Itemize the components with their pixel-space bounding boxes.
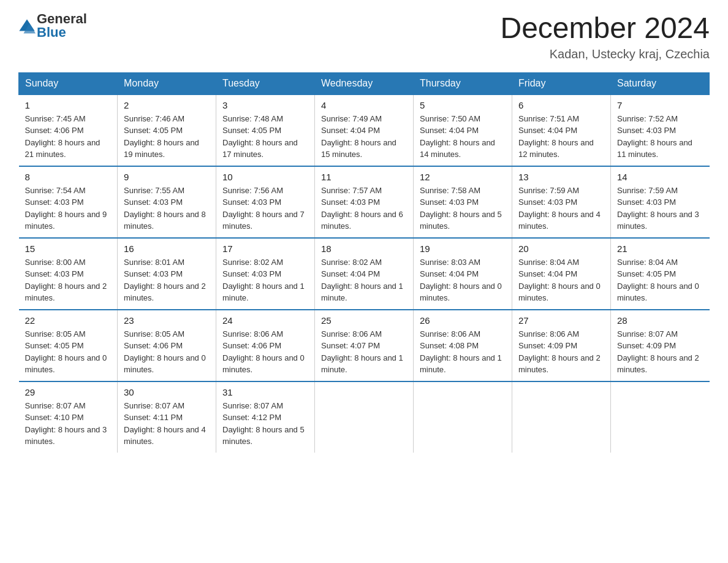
calendar-cell: 1 Sunrise: 7:45 AMSunset: 4:06 PMDayligh…	[19, 94, 118, 166]
day-info: Sunrise: 8:04 AMSunset: 4:04 PMDaylight:…	[518, 256, 604, 304]
logo-general-text: General	[37, 12, 87, 26]
day-number: 22	[25, 315, 112, 326]
day-info: Sunrise: 7:57 AMSunset: 4:03 PMDaylight:…	[321, 185, 407, 232]
day-info: Sunrise: 7:54 AMSunset: 4:03 PMDaylight:…	[25, 185, 112, 232]
calendar-cell: 18 Sunrise: 8:02 AMSunset: 4:04 PMDaylig…	[315, 238, 414, 310]
day-info: Sunrise: 8:06 AMSunset: 4:07 PMDaylight:…	[321, 328, 407, 376]
day-number: 23	[124, 315, 210, 326]
calendar-table: SundayMondayTuesdayWednesdayThursdayFrid…	[18, 72, 710, 453]
calendar-cell: 3 Sunrise: 7:48 AMSunset: 4:05 PMDayligh…	[216, 94, 315, 166]
day-info: Sunrise: 8:05 AMSunset: 4:05 PMDaylight:…	[25, 328, 112, 376]
day-number: 2	[124, 100, 210, 110]
col-header-thursday: Thursday	[414, 72, 512, 94]
day-info: Sunrise: 7:52 AMSunset: 4:03 PMDaylight:…	[617, 113, 703, 161]
calendar-cell: 6 Sunrise: 7:51 AMSunset: 4:04 PMDayligh…	[512, 94, 611, 166]
calendar-cell: 4 Sunrise: 7:49 AMSunset: 4:04 PMDayligh…	[315, 94, 414, 166]
calendar-cell	[315, 381, 414, 453]
calendar-cell	[414, 381, 512, 453]
col-header-wednesday: Wednesday	[315, 72, 414, 94]
day-number: 3	[222, 100, 308, 110]
day-number: 4	[321, 100, 407, 110]
day-info: Sunrise: 8:04 AMSunset: 4:05 PMDaylight:…	[617, 256, 703, 304]
calendar-cell: 23 Sunrise: 8:05 AMSunset: 4:06 PMDaylig…	[118, 310, 216, 381]
day-number: 24	[222, 315, 308, 326]
day-number: 10	[222, 172, 308, 182]
day-info: Sunrise: 8:00 AMSunset: 4:03 PMDaylight:…	[25, 256, 112, 304]
calendar-cell: 31 Sunrise: 8:07 AMSunset: 4:12 PMDaylig…	[216, 381, 315, 453]
logo-text: General Blue	[37, 12, 87, 39]
day-info: Sunrise: 8:07 AMSunset: 4:11 PMDaylight:…	[124, 400, 210, 448]
col-header-sunday: Sunday	[19, 72, 118, 94]
day-number: 8	[25, 172, 112, 182]
day-info: Sunrise: 8:06 AMSunset: 4:08 PMDaylight:…	[420, 328, 506, 376]
calendar-title: December 2024	[500, 12, 710, 45]
day-number: 7	[617, 100, 703, 110]
day-number: 13	[518, 172, 604, 182]
calendar-cell: 7 Sunrise: 7:52 AMSunset: 4:03 PMDayligh…	[611, 94, 710, 166]
day-info: Sunrise: 7:58 AMSunset: 4:03 PMDaylight:…	[420, 185, 506, 232]
calendar-cell: 25 Sunrise: 8:06 AMSunset: 4:07 PMDaylig…	[315, 310, 414, 381]
calendar-cell: 28 Sunrise: 8:07 AMSunset: 4:09 PMDaylig…	[611, 310, 710, 381]
day-number: 27	[518, 315, 604, 326]
calendar-cell: 22 Sunrise: 8:05 AMSunset: 4:05 PMDaylig…	[19, 310, 118, 381]
day-number: 31	[222, 387, 308, 397]
calendar-cell: 15 Sunrise: 8:00 AMSunset: 4:03 PMDaylig…	[19, 238, 118, 310]
calendar-cell: 20 Sunrise: 8:04 AMSunset: 4:04 PMDaylig…	[512, 238, 611, 310]
day-number: 1	[25, 100, 112, 110]
day-info: Sunrise: 7:59 AMSunset: 4:03 PMDaylight:…	[518, 185, 604, 232]
calendar-cell: 17 Sunrise: 8:02 AMSunset: 4:03 PMDaylig…	[216, 238, 315, 310]
calendar-cell: 5 Sunrise: 7:50 AMSunset: 4:04 PMDayligh…	[414, 94, 512, 166]
logo: General Blue	[18, 12, 87, 39]
day-info: Sunrise: 8:06 AMSunset: 4:09 PMDaylight:…	[518, 328, 604, 376]
logo-blue-text: Blue	[37, 26, 87, 39]
day-info: Sunrise: 8:03 AMSunset: 4:04 PMDaylight:…	[420, 256, 506, 304]
day-info: Sunrise: 8:07 AMSunset: 4:09 PMDaylight:…	[617, 328, 703, 376]
day-number: 5	[420, 100, 506, 110]
week-row-4: 22 Sunrise: 8:05 AMSunset: 4:05 PMDaylig…	[19, 310, 710, 381]
calendar-cell	[611, 381, 710, 453]
day-number: 6	[518, 100, 604, 110]
calendar-cell: 11 Sunrise: 7:57 AMSunset: 4:03 PMDaylig…	[315, 166, 414, 238]
day-number: 29	[25, 387, 112, 397]
day-number: 20	[518, 243, 604, 254]
day-info: Sunrise: 7:59 AMSunset: 4:03 PMDaylight:…	[617, 185, 703, 232]
calendar-subtitle: Kadan, Ustecky kraj, Czechia	[500, 47, 710, 61]
day-info: Sunrise: 7:56 AMSunset: 4:03 PMDaylight:…	[222, 185, 308, 232]
day-number: 30	[124, 387, 210, 397]
day-info: Sunrise: 8:07 AMSunset: 4:12 PMDaylight:…	[222, 400, 308, 448]
calendar-cell: 14 Sunrise: 7:59 AMSunset: 4:03 PMDaylig…	[611, 166, 710, 238]
day-info: Sunrise: 7:45 AMSunset: 4:06 PMDaylight:…	[25, 113, 112, 161]
day-info: Sunrise: 7:46 AMSunset: 4:05 PMDaylight:…	[124, 113, 210, 161]
day-info: Sunrise: 8:02 AMSunset: 4:04 PMDaylight:…	[321, 256, 407, 304]
day-number: 17	[222, 243, 308, 254]
day-number: 21	[617, 243, 703, 254]
day-info: Sunrise: 7:50 AMSunset: 4:04 PMDaylight:…	[420, 113, 506, 161]
calendar-cell: 19 Sunrise: 8:03 AMSunset: 4:04 PMDaylig…	[414, 238, 512, 310]
day-info: Sunrise: 7:48 AMSunset: 4:05 PMDaylight:…	[222, 113, 308, 161]
calendar-cell: 8 Sunrise: 7:54 AMSunset: 4:03 PMDayligh…	[19, 166, 118, 238]
day-number: 25	[321, 315, 407, 326]
day-info: Sunrise: 7:55 AMSunset: 4:03 PMDaylight:…	[124, 185, 210, 232]
day-info: Sunrise: 8:07 AMSunset: 4:10 PMDaylight:…	[25, 400, 112, 448]
day-number: 15	[25, 243, 112, 254]
week-row-3: 15 Sunrise: 8:00 AMSunset: 4:03 PMDaylig…	[19, 238, 710, 310]
day-info: Sunrise: 7:51 AMSunset: 4:04 PMDaylight:…	[518, 113, 604, 161]
week-row-5: 29 Sunrise: 8:07 AMSunset: 4:10 PMDaylig…	[19, 381, 710, 453]
header: General Blue December 2024 Kadan, Usteck…	[18, 12, 710, 61]
day-number: 19	[420, 243, 506, 254]
day-number: 16	[124, 243, 210, 254]
col-header-monday: Monday	[118, 72, 216, 94]
week-row-2: 8 Sunrise: 7:54 AMSunset: 4:03 PMDayligh…	[19, 166, 710, 238]
col-header-saturday: Saturday	[611, 72, 710, 94]
calendar-cell: 24 Sunrise: 8:06 AMSunset: 4:06 PMDaylig…	[216, 310, 315, 381]
day-info: Sunrise: 7:49 AMSunset: 4:04 PMDaylight:…	[321, 113, 407, 161]
day-number: 12	[420, 172, 506, 182]
calendar-cell: 2 Sunrise: 7:46 AMSunset: 4:05 PMDayligh…	[118, 94, 216, 166]
calendar-cell: 16 Sunrise: 8:01 AMSunset: 4:03 PMDaylig…	[118, 238, 216, 310]
day-number: 9	[124, 172, 210, 182]
calendar-cell: 12 Sunrise: 7:58 AMSunset: 4:03 PMDaylig…	[414, 166, 512, 238]
day-info: Sunrise: 8:05 AMSunset: 4:06 PMDaylight:…	[124, 328, 210, 376]
calendar-cell: 26 Sunrise: 8:06 AMSunset: 4:08 PMDaylig…	[414, 310, 512, 381]
day-number: 14	[617, 172, 703, 182]
calendar-cell: 27 Sunrise: 8:06 AMSunset: 4:09 PMDaylig…	[512, 310, 611, 381]
